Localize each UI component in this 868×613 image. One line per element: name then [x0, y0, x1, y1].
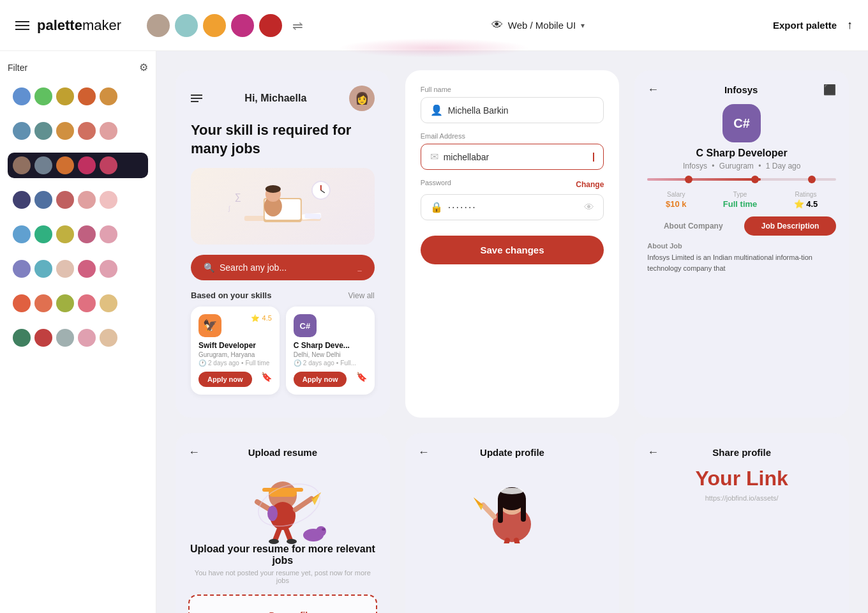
type-label: Type — [723, 191, 757, 198]
job-description-tab[interactable]: Job Description — [744, 216, 836, 236]
worker-illustration: ∑ ∫ — [191, 168, 375, 245]
full-name-input[interactable]: 👤 Michella Barkin — [421, 97, 604, 123]
account-settings-card: Full name 👤 Michella Barkin Email Addres… — [405, 70, 620, 418]
share-profile-card: ← Share profile Your Link https://jobfin… — [634, 433, 849, 613]
about-job-heading: About Job — [647, 242, 836, 250]
password-dots: ······· — [448, 202, 477, 213]
swift-job-title: Swift Developer — [198, 341, 272, 350]
full-name-label: Full name — [421, 86, 604, 93]
rating-label: Ratings — [794, 191, 818, 198]
email-input[interactable]: ✉ michellabar — [421, 144, 604, 170]
update-profile-card: ← Update profile — [405, 433, 620, 613]
palette-row[interactable] — [8, 325, 148, 351]
svg-point-27 — [316, 526, 326, 536]
svg-point-25 — [287, 539, 297, 544]
svg-point-35 — [500, 488, 523, 494]
filter-icon[interactable]: ⚙ — [139, 61, 148, 73]
csharp-meta: 🕐 2 days ago • Full... — [294, 359, 367, 367]
svg-line-39 — [504, 540, 507, 543]
palette-color-2[interactable] — [175, 14, 198, 37]
palette-preview: ⇌ — [147, 14, 303, 37]
job-title-large: C Sharp Developer — [647, 148, 836, 159]
palette-row[interactable] — [8, 256, 148, 282]
svg-point-24 — [269, 539, 279, 544]
search-bar[interactable]: 🔍 Search any job... _ — [191, 255, 375, 280]
about-job-text: Infosys Limited is an Indian multination… — [647, 252, 836, 273]
job-search-card: Hi, Michaella 👩 Your skill is required f… — [176, 70, 390, 418]
svg-marker-38 — [474, 497, 483, 505]
upload-title: Upload your resume for more relevant job… — [188, 543, 377, 566]
svg-line-18 — [296, 499, 311, 510]
text-cursor — [593, 153, 594, 162]
view-mode-dropdown[interactable]: ▾ — [581, 21, 585, 30]
back-arrow-upload-icon[interactable]: ← — [188, 446, 200, 459]
sidebar: Filter ⚙ — [0, 51, 156, 613]
lock-icon: 🔒 — [430, 201, 443, 213]
upload-icon[interactable]: ↑ — [847, 19, 853, 32]
back-arrow-icon[interactable]: ← — [647, 83, 659, 96]
palette-color-1[interactable] — [147, 14, 170, 37]
svg-text:∫: ∫ — [228, 205, 231, 212]
email-label: Email Address — [421, 132, 604, 140]
about-company-tab[interactable]: About Company — [647, 216, 739, 236]
svg-line-23 — [286, 529, 290, 540]
share-profile-title: Share profile — [665, 447, 818, 458]
topnav: palettemaker ⇌ 👁 Web / Mobile UI ▾ Expor… — [0, 0, 868, 51]
save-changes-button[interactable]: Save changes — [421, 236, 604, 264]
palette-color-5[interactable] — [259, 14, 282, 37]
password-label: Password — [421, 179, 451, 186]
update-profile-title: Update profile — [436, 447, 589, 458]
upload-cloud-icon: ☁ — [253, 609, 264, 613]
salary-bar-fill — [647, 178, 760, 181]
palette-row[interactable] — [8, 84, 148, 109]
upload-resume-card: ← Upload resume — [176, 433, 390, 613]
search-bar-text: Search any job... — [220, 262, 287, 273]
svg-point-28 — [322, 528, 326, 531]
avatar: 👩 — [349, 86, 375, 111]
bookmark-icon[interactable]: 🔖 — [261, 372, 272, 382]
drop-text: Drop a file — [269, 610, 313, 613]
upload-resume-title: Upload resume — [206, 447, 359, 458]
csharp-job-title: C Sharp Deve... — [294, 341, 367, 350]
svg-rect-34 — [521, 497, 526, 522]
swift-rating: ⭐ 4.5 — [251, 314, 271, 322]
svg-text:∑: ∑ — [235, 192, 241, 202]
your-link-title: Your Link — [647, 467, 836, 490]
job-detail-card: ← Infosys ⬛ C# C Sharp Developer Infosys… — [634, 70, 849, 418]
csharp-logo: C# — [294, 314, 317, 337]
view-mode-label: Web / Mobile UI — [508, 20, 576, 31]
shuffle-icon[interactable]: ⇌ — [292, 18, 303, 33]
preview-eye-icon: 👁 — [491, 19, 503, 32]
job-card-csharp: C# C Sharp Deve... Delhi, New Delhi 🕐 2 … — [286, 306, 375, 395]
hamburger-menu[interactable] — [15, 21, 29, 30]
bar-dot-end — [808, 176, 816, 183]
export-palette-button[interactable]: Export palette — [773, 20, 837, 31]
view-all-link[interactable]: View all — [348, 291, 375, 300]
type-value: Full time — [723, 199, 757, 209]
palette-color-4[interactable] — [231, 14, 254, 37]
password-input[interactable]: 🔒 ······· 👁 — [421, 194, 604, 220]
swift-location: Gurugram, Haryana — [198, 351, 272, 358]
palette-row[interactable] — [8, 187, 148, 213]
profile-url: https://jobfind.io/assets/ — [647, 494, 836, 502]
palette-color-3[interactable] — [203, 14, 226, 37]
palette-row[interactable] — [8, 118, 148, 144]
job-stats-row: Salary $10 k Type Full time Ratings ⭐ 4.… — [647, 191, 836, 209]
back-arrow-share-icon[interactable]: ← — [647, 446, 659, 459]
back-arrow-profile-icon[interactable]: ← — [418, 446, 430, 459]
csharp-apply-button[interactable]: Apply now — [294, 372, 347, 387]
bookmark-detail-icon[interactable]: ⬛ — [823, 84, 836, 96]
bookmark-icon-2[interactable]: 🔖 — [356, 372, 367, 382]
swift-apply-button[interactable]: Apply now — [198, 372, 252, 387]
drop-zone[interactable]: ☁ Drop a file — [188, 594, 377, 613]
change-password-link[interactable]: Change — [576, 180, 604, 189]
palette-row[interactable] — [8, 222, 148, 247]
svg-line-22 — [275, 529, 280, 540]
menu-icon[interactable] — [191, 95, 202, 102]
user-icon: 👤 — [430, 104, 443, 116]
greeting-text: Hi, Michaella — [244, 93, 306, 104]
job-detail-subtitle: Infosys • Gurugram • 1 Day ago — [647, 162, 836, 170]
password-toggle-eye-icon[interactable]: 👁 — [584, 202, 594, 213]
palette-row[interactable] — [8, 291, 148, 316]
palette-row-dark[interactable] — [8, 153, 148, 178]
